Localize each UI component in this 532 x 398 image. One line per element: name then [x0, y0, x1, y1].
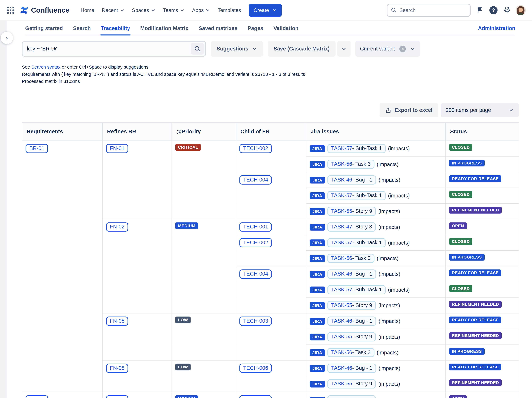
cell-status: REFINEMENT NEEDED [445, 203, 519, 219]
issue-pill[interactable]: TASK-47- Story 3 [327, 395, 376, 398]
help-button[interactable]: ? [488, 4, 499, 16]
priority-badge: MEDIUM [175, 222, 198, 229]
tech-pill[interactable]: TECH-001 [240, 395, 272, 398]
sidebar-expand-button[interactable]: › [1, 32, 13, 44]
issue-pill[interactable]: TASK-57- Sub-Task 1 [327, 144, 386, 153]
variant-select[interactable]: Current variant × [355, 41, 420, 57]
issue-pill[interactable]: TASK-57- Sub-Task 1 [327, 238, 386, 247]
impacts-label: (impacts) [377, 349, 399, 356]
issue-pill[interactable]: TASK-55- Story 9 [327, 301, 376, 310]
issue-key: TASK-46 [331, 318, 352, 324]
question-mark-icon: ? [489, 6, 497, 14]
cell-child-of-fn: TECH-002 [236, 235, 306, 266]
nav-item-spaces[interactable]: Spaces [128, 5, 159, 16]
issue-title: - Sub-Task 1 [352, 240, 382, 245]
export-to-excel-button[interactable]: Export to excel [380, 103, 438, 117]
nav-item-recent[interactable]: Recent [98, 5, 128, 16]
issue-title: - Story 3 [352, 397, 372, 398]
search-syntax-link[interactable]: Search syntax [31, 64, 60, 69]
tab-validation[interactable]: Validation [273, 25, 298, 36]
column-header: Refines BR [102, 123, 172, 141]
impacts-label: (impacts) [377, 161, 399, 167]
save-cascade-button[interactable]: Save (Cascade Matrix) [268, 41, 335, 57]
issue-title: - Sub-Task 1 [352, 286, 382, 292]
tab-search[interactable]: Search [73, 25, 91, 36]
issue-pill[interactable]: TASK-57- Sub-Task 1 [327, 191, 386, 200]
items-per-page-select[interactable]: 200 items per page [441, 103, 519, 117]
cell-status: IN PROGRESS [445, 345, 519, 360]
tab-traceability[interactable]: Traceability [101, 25, 130, 36]
issue-pill[interactable]: TASK-55- Story 9 [327, 379, 376, 388]
impacts-label: (impacts) [379, 177, 400, 183]
clear-variant-icon[interactable]: × [399, 45, 406, 52]
chevron-down-icon [151, 8, 155, 13]
fn-pill[interactable]: FN-02 [106, 222, 128, 232]
issue-pill[interactable]: TASK-55- Story 9 [327, 207, 376, 216]
jira-badge: JIRA [310, 192, 325, 199]
save-options-button[interactable] [337, 41, 350, 57]
impacts-label: (impacts) [388, 240, 410, 246]
tech-pill[interactable]: TECH-004 [240, 175, 272, 185]
nav-item-home[interactable]: Home [77, 5, 98, 16]
tech-pill[interactable]: TECH-006 [240, 364, 272, 373]
issue-pill[interactable]: TASK-47- Story 3 [327, 222, 376, 232]
issue-pill[interactable]: TASK-56- Task 3 [327, 254, 374, 263]
issue-pill[interactable]: TASK-46- Bug - 1 [327, 364, 376, 373]
fn-pill[interactable]: FN-08 [106, 364, 128, 373]
cell-jira-issue: JIRATASK-46- Bug - 1(impacts) [306, 172, 445, 188]
chevron-down-icon [410, 46, 415, 51]
issue-pill[interactable]: TASK-55- Story 9 [327, 332, 376, 341]
tech-pill[interactable]: TECH-004 [240, 269, 272, 279]
nav-item-apps[interactable]: Apps [188, 5, 214, 16]
jira-badge: JIRA [310, 318, 325, 324]
impacts-label: (impacts) [379, 365, 400, 371]
issue-pill[interactable]: TASK-57- Sub-Task 1 [327, 285, 386, 294]
tab-modification-matrix[interactable]: Modification Matrix [140, 25, 188, 36]
tech-pill[interactable]: TECH-001 [240, 222, 272, 232]
confluence-page: Confluence HomeRecentSpacesTeamsAppsTemp… [0, 0, 532, 398]
nav-item-teams[interactable]: Teams [159, 5, 188, 16]
confluence-logo[interactable]: Confluence [18, 4, 71, 16]
issue-pill[interactable]: TASK-46- Bug - 1 [327, 316, 376, 326]
profile-button[interactable] [515, 4, 527, 16]
run-search-button[interactable] [191, 43, 204, 55]
avatar [516, 5, 526, 15]
app-switcher-icon[interactable] [5, 4, 16, 16]
tab-getting-started[interactable]: Getting started [25, 25, 63, 36]
tab-saved-matrixes[interactable]: Saved matrixes [199, 25, 237, 36]
cell-jira-issue: JIRATASK-57- Sub-Task 1(impacts) [306, 141, 445, 156]
create-button-label: Create [253, 7, 269, 13]
requirement-pill[interactable]: BR-01 [26, 144, 48, 153]
settings-button[interactable]: ⚙ [501, 4, 513, 16]
suggestions-button[interactable]: Suggestions [211, 41, 263, 57]
tech-pill[interactable]: TECH-002 [240, 144, 272, 153]
issue-pill[interactable]: TASK-46- Bug - 1 [327, 269, 376, 279]
issue-pill[interactable]: TASK-46- Bug - 1 [327, 175, 376, 185]
requirement-query-input[interactable]: key ~ 'BR-%' [22, 41, 206, 57]
administration-link[interactable]: Administration [478, 25, 515, 32]
cell-status: CLOSED [445, 235, 519, 251]
requirement-pill[interactable]: BR-02 [26, 395, 48, 398]
fn-pill[interactable]: FN-01 [106, 144, 128, 153]
nav-right-icons: ? ⚙ [474, 4, 526, 16]
issue-key: TASK-55 [331, 381, 352, 386]
query-value: key ~ 'BR-%' [23, 46, 57, 52]
create-button[interactable]: Create [249, 4, 281, 16]
issue-key: TASK-55 [331, 208, 352, 214]
tech-pill[interactable]: TECH-002 [240, 238, 272, 247]
cell-status: REFINEMENT NEEDED [445, 376, 519, 392]
issue-title: - Task 3 [352, 349, 371, 355]
issue-title: - Bug - 1 [352, 365, 373, 371]
status-badge: REFINEMENT NEEDED [449, 379, 502, 386]
fn-pill[interactable]: FN-05 [106, 316, 128, 326]
chevron-down-icon [509, 107, 514, 113]
fn-pill[interactable]: FN-03 [106, 395, 128, 398]
tech-pill[interactable]: TECH-003 [240, 316, 272, 326]
global-search-input[interactable]: Search [387, 4, 471, 16]
notifications-button[interactable] [474, 4, 486, 16]
nav-item-templates[interactable]: Templates [214, 5, 245, 16]
issue-title: - Sub-Task 1 [352, 145, 382, 151]
tab-pages[interactable]: Pages [247, 25, 263, 36]
issue-pill[interactable]: TASK-56- Task 3 [327, 348, 374, 357]
issue-pill[interactable]: TASK-56- Task 3 [327, 160, 374, 169]
